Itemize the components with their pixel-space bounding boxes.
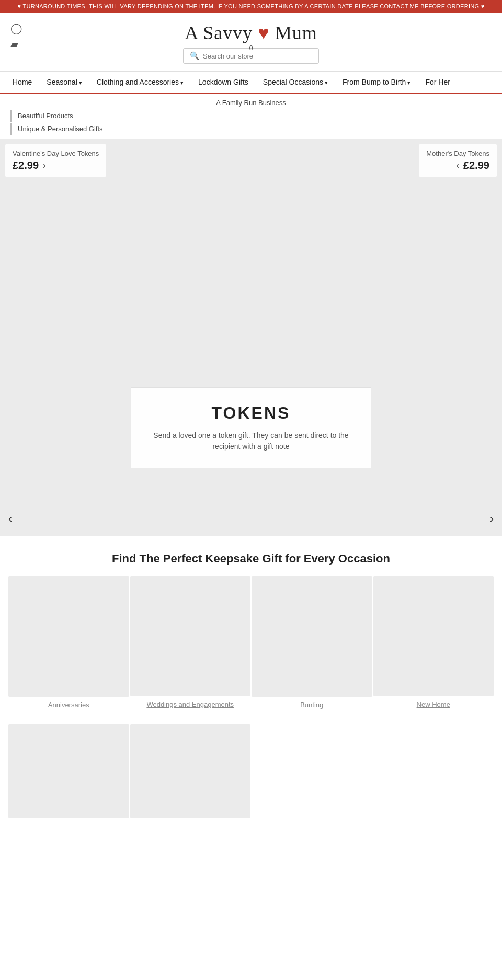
cart-count: 0: [249, 44, 253, 52]
nav-link-lockdown[interactable]: Lockdown Gifts: [191, 72, 256, 93]
bunting-label[interactable]: Bunting: [300, 701, 323, 714]
nav-item-home[interactable]: Home: [5, 72, 39, 93]
carousel-prev-button[interactable]: ‹: [8, 512, 12, 526]
bottom-image-1: [8, 724, 129, 818]
tagline-1: A Family Run Business: [10, 97, 492, 109]
product-card-mothers[interactable]: Mother's Day Tokens ‹ £2.99: [419, 144, 497, 177]
taglines-section: A Family Run Business Beautiful Products…: [0, 94, 502, 139]
product-tile-bunting[interactable]: Bunting: [252, 576, 372, 714]
bunting-image: [252, 576, 372, 697]
tokens-box: TOKENS Send a loved one a token gift. Th…: [131, 387, 371, 468]
valentines-arrow[interactable]: ›: [43, 160, 46, 171]
search-icon: 🔍: [190, 51, 200, 61]
carousel-slide: Valentine's Day Love Tokens £2.99 › Moth…: [0, 139, 502, 536]
nav-item-occasions[interactable]: Special Occasions: [256, 72, 335, 93]
product-card-valentines[interactable]: Valentine's Day Love Tokens £2.99 ›: [5, 144, 106, 177]
carousel: Valentine's Day Love Tokens £2.99 › Moth…: [0, 139, 502, 536]
nav-link-occasions[interactable]: Special Occasions: [256, 72, 335, 93]
nav-link-bump[interactable]: From Bump to Birth: [335, 72, 418, 93]
tagline-2: Beautiful Products: [10, 110, 492, 122]
anniversaries-image: [8, 576, 129, 697]
mothers-arrow[interactable]: ‹: [456, 160, 459, 171]
mothers-title: Mother's Day Tokens: [426, 149, 489, 157]
tagline-3: Unique & Personalised Gifts: [10, 123, 492, 135]
anniversaries-label[interactable]: Anniversaries: [48, 701, 89, 714]
tokens-description: Send a loved one a token gift. They can …: [152, 430, 350, 452]
nav-item-forher[interactable]: For Her: [418, 72, 457, 93]
bottom-image-placeholder: [130, 724, 251, 818]
top-banner: ♥ TURNAROUND TIMES- THIS WILL VARY DEPEN…: [0, 0, 502, 13]
header: ◯ ▰ A Savvy ♥ Mum 🔍 0: [0, 13, 502, 71]
nav-item-bump[interactable]: From Bump to Birth: [335, 72, 418, 93]
logo[interactable]: A Savvy ♥ Mum: [185, 22, 317, 44]
tokens-title: TOKENS: [152, 403, 350, 423]
product-grid-bottom: [0, 724, 502, 829]
carousel-next-button[interactable]: ›: [490, 512, 494, 526]
nav-link-clothing[interactable]: Clothing and Accessories: [89, 72, 191, 93]
logo-heart: ♥: [258, 22, 269, 43]
nav-link-seasonal[interactable]: Seasonal: [39, 72, 89, 93]
carousel-inner: Valentine's Day Love Tokens £2.99 › Moth…: [0, 139, 502, 536]
nav-item-seasonal[interactable]: Seasonal: [39, 72, 89, 93]
cart-icon[interactable]: ▰: [10, 38, 22, 50]
nav-list: Home Seasonal Clothing and Accessories L…: [0, 72, 502, 93]
nav-link-home[interactable]: Home: [5, 72, 39, 93]
mothers-price: £2.99: [463, 159, 489, 171]
weddings-label[interactable]: Weddings and Engagements: [146, 700, 234, 713]
product-grid: Anniversaries Weddings and Engagements B…: [0, 576, 502, 724]
nav-link-forher[interactable]: For Her: [418, 72, 457, 93]
weddings-image: [130, 576, 251, 696]
valentines-price: £2.99: [13, 159, 39, 171]
product-tile-weddings[interactable]: Weddings and Engagements: [130, 576, 251, 714]
product-tile-newhome[interactable]: New Home: [373, 576, 494, 714]
account-icon[interactable]: ◯: [10, 22, 22, 34]
header-icons: ◯ ▰: [10, 22, 22, 50]
main-nav: Home Seasonal Clothing and Accessories L…: [0, 71, 502, 94]
section-heading: Find The Perfect Keepsake Gift for Every…: [0, 536, 502, 576]
search-input[interactable]: [203, 52, 312, 60]
product-tile-anniversaries[interactable]: Anniversaries: [8, 576, 129, 714]
logo-text1: A Savvy: [185, 22, 253, 43]
logo-text2: Mum: [275, 22, 317, 43]
nav-item-clothing[interactable]: Clothing and Accessories: [89, 72, 191, 93]
product-tile-bottom-1[interactable]: [8, 724, 129, 818]
banner-text: ♥ TURNAROUND TIMES- THIS WILL VARY DEPEN…: [17, 3, 484, 9]
newhome-label[interactable]: New Home: [417, 700, 450, 713]
valentines-title: Valentine's Day Love Tokens: [13, 149, 99, 157]
nav-item-lockdown[interactable]: Lockdown Gifts: [191, 72, 256, 93]
newhome-image: [373, 576, 494, 696]
